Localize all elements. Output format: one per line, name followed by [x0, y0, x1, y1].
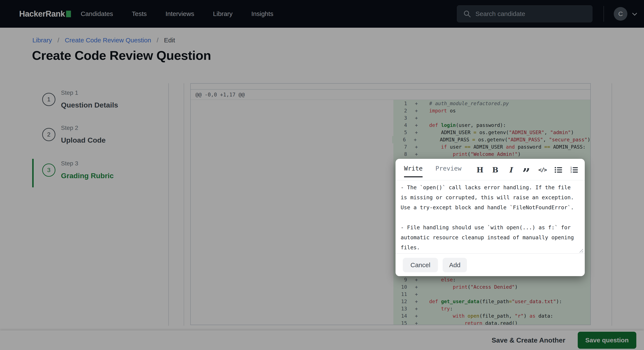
tab-preview[interactable]: Preview [435, 165, 461, 177]
italic-icon[interactable]: I [507, 165, 514, 175]
code-icon[interactable]: </> [538, 165, 546, 175]
ordered-list-icon[interactable]: 123 [570, 165, 578, 175]
inline-comment-editor: Write Preview HBI”</>123 - The `open()` … [396, 159, 585, 276]
cancel-button[interactable]: Cancel [403, 258, 438, 272]
comment-textarea[interactable]: - The `open()` call lacks error handling… [396, 180, 585, 253]
bold-icon[interactable]: B [492, 165, 499, 175]
unordered-list-icon[interactable] [554, 165, 562, 175]
heading-icon[interactable]: H [476, 165, 484, 175]
comment-editor-footer: Cancel Add [396, 253, 585, 272]
comment-editor-header: Write Preview HBI”</>123 [396, 159, 585, 180]
formatting-toolbar: HBI”</>123 [476, 165, 578, 175]
tab-write[interactable]: Write [404, 165, 422, 177]
svg-text:3: 3 [570, 171, 572, 173]
add-button[interactable]: Add [442, 258, 467, 272]
quote-icon[interactable]: ” [522, 165, 530, 175]
